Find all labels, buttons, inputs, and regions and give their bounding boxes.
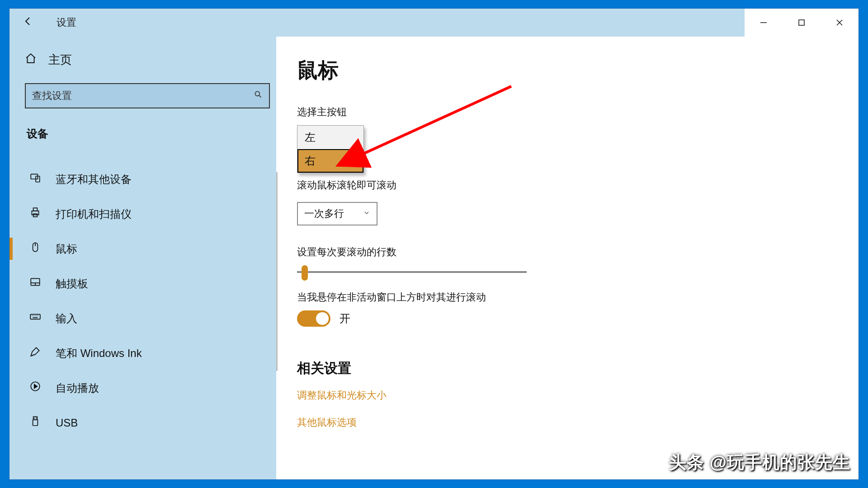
search-input[interactable] xyxy=(32,90,254,102)
svg-rect-6 xyxy=(31,174,38,179)
inactive-hover-label: 当我悬停在非活动窗口上方时对其进行滚动 xyxy=(297,291,859,304)
sidebar: 主页 设备 蓝牙和其他设备 xyxy=(9,37,276,479)
maximize-button[interactable] xyxy=(783,9,821,37)
link-adjust-cursor-size[interactable]: 调整鼠标和光标大小 xyxy=(297,389,859,402)
slider-track xyxy=(297,271,527,273)
minimize-button[interactable] xyxy=(745,9,783,37)
inactive-hover-toggle[interactable] xyxy=(297,310,330,327)
primary-button-dropdown[interactable]: 左 右 xyxy=(297,125,859,173)
sidebar-item-autoplay[interactable]: 自动播放 xyxy=(25,371,270,405)
svg-rect-10 xyxy=(33,214,38,217)
autoplay-icon xyxy=(28,380,43,395)
scroll-mode-value: 一次多行 xyxy=(304,207,344,221)
bluetooth-devices-icon xyxy=(28,172,43,187)
home-icon xyxy=(25,52,37,67)
sidebar-section-header: 设备 xyxy=(25,127,270,141)
window-body: 主页 设备 蓝牙和其他设备 xyxy=(9,37,859,479)
dropdown-list: 左 右 xyxy=(297,125,364,173)
sidebar-item-label: 打印机和扫描仪 xyxy=(56,207,132,221)
sidebar-item-mouse[interactable]: 鼠标 xyxy=(25,231,270,266)
inactive-hover-toggle-row: 开 xyxy=(297,310,859,327)
lines-to-scroll-label: 设置每次要滚动的行数 xyxy=(297,245,859,259)
pen-icon xyxy=(28,346,43,361)
svg-rect-8 xyxy=(32,211,38,215)
sidebar-item-label: 鼠标 xyxy=(56,242,77,256)
touchpad-icon xyxy=(28,276,43,291)
svg-line-5 xyxy=(259,95,261,98)
primary-button-label: 选择主按钮 xyxy=(297,105,859,119)
keyboard-icon xyxy=(28,311,43,326)
dropdown-option-left[interactable]: 左 xyxy=(297,126,363,149)
svg-rect-1 xyxy=(799,20,804,25)
sidebar-home[interactable]: 主页 xyxy=(25,49,270,70)
sidebar-item-typing[interactable]: 输入 xyxy=(25,301,270,336)
sidebar-item-bluetooth[interactable]: 蓝牙和其他设备 xyxy=(25,162,270,197)
svg-rect-9 xyxy=(33,208,38,211)
usb-icon xyxy=(28,415,43,430)
titlebar-left: 设置 xyxy=(19,14,76,32)
link-other-mouse-options[interactable]: 其他鼠标选项 xyxy=(297,416,859,429)
svg-point-4 xyxy=(255,91,259,96)
scroll-wheel-label: 滚动鼠标滚轮即可滚动 xyxy=(297,178,859,192)
toggle-state-label: 开 xyxy=(340,311,350,326)
slider-thumb[interactable] xyxy=(302,265,308,281)
sidebar-item-label: 输入 xyxy=(56,311,77,326)
sidebar-item-printers[interactable]: 打印机和扫描仪 xyxy=(25,197,270,231)
titlebar: 设置 xyxy=(9,9,859,37)
settings-window: 设置 主页 xyxy=(9,8,859,480)
scroll-indicator[interactable] xyxy=(276,172,278,371)
svg-rect-25 xyxy=(33,420,38,426)
search-input-container[interactable] xyxy=(25,83,270,108)
sidebar-item-label: USB xyxy=(56,417,78,429)
page-title: 鼠标 xyxy=(297,56,859,84)
window-title: 设置 xyxy=(57,16,76,29)
sidebar-home-label: 主页 xyxy=(48,52,72,68)
sidebar-item-label: 蓝牙和其他设备 xyxy=(56,172,132,187)
search-icon xyxy=(254,90,263,102)
sidebar-item-label: 自动播放 xyxy=(56,381,99,395)
back-button[interactable] xyxy=(19,14,38,32)
window-controls xyxy=(745,9,859,37)
lines-slider[interactable] xyxy=(297,265,527,279)
sidebar-nav: 蓝牙和其他设备 打印机和扫描仪 鼠标 xyxy=(25,162,270,440)
sidebar-item-pen[interactable]: 笔和 Windows Ink xyxy=(25,336,270,371)
toggle-knob xyxy=(316,312,329,325)
mouse-icon xyxy=(28,241,43,256)
sidebar-item-touchpad[interactable]: 触摸板 xyxy=(25,266,270,301)
sidebar-item-usb[interactable]: USB xyxy=(25,405,270,440)
close-button[interactable] xyxy=(821,9,859,37)
dropdown-option-right[interactable]: 右 xyxy=(297,149,363,173)
related-settings-heading: 相关设置 xyxy=(297,359,859,378)
svg-rect-16 xyxy=(30,314,40,319)
content-pane: 鼠标 选择主按钮 左 右 滚动鼠标滚轮即可滚动 一次多行 设置每次要滚动的行数 xyxy=(276,37,859,479)
scroll-mode-select[interactable]: 一次多行 xyxy=(297,202,377,225)
printer-icon xyxy=(28,206,43,221)
sidebar-item-label: 笔和 Windows Ink xyxy=(56,346,142,361)
sidebar-item-label: 触摸板 xyxy=(56,277,88,291)
chevron-down-icon xyxy=(363,209,370,219)
